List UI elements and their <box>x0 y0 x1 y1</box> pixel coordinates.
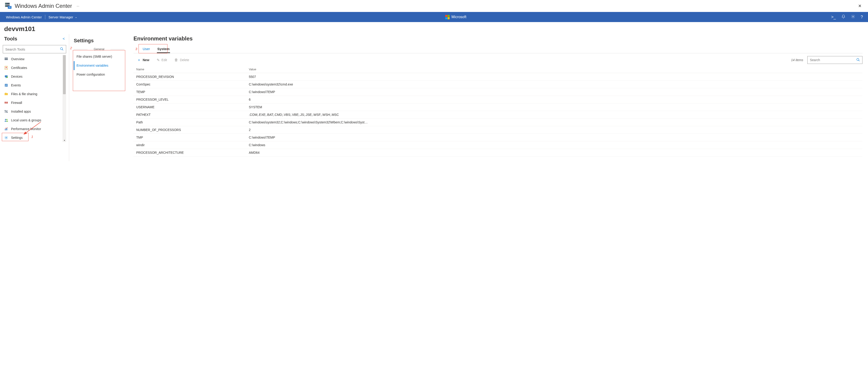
cell-value: C:\windows\TEMP <box>246 88 863 96</box>
cell-name: USERNAME <box>133 103 246 111</box>
tool-label: Certificates <box>11 66 27 70</box>
settings-item-file-shares-smb-server-[interactable]: File shares (SMB server) <box>74 52 124 61</box>
table-row[interactable]: PathC:\windows\system32;C:\windows;C:\wi… <box>133 119 863 126</box>
svg-rect-21 <box>5 102 6 102</box>
powershell-icon[interactable]: >_ <box>831 15 836 20</box>
cell-value: C:\windows\system32;C:\windows;C:\window… <box>246 119 863 126</box>
nav-home[interactable]: Windows Admin Center <box>3 12 45 22</box>
apps-icon <box>4 110 8 114</box>
tool-events[interactable]: Events <box>3 81 62 90</box>
tab-strip: 3 User System <box>133 45 863 53</box>
nav-context[interactable]: Server Manager ⌄ <box>45 12 81 22</box>
app-title: Windows Admin Center <box>15 3 72 9</box>
table-row[interactable]: NUMBER_OF_PROCESSORS2 <box>133 126 863 134</box>
svg-point-6 <box>852 16 854 17</box>
tool-label: Local users & groups <box>11 118 41 122</box>
tool-installed-apps[interactable]: Installed apps <box>3 107 62 116</box>
cell-value: 2 <box>246 126 863 134</box>
col-value[interactable]: Value <box>246 66 863 73</box>
table-row[interactable]: PROCESSOR_ARCHITECTUREAMD64 <box>133 149 863 156</box>
tools-search[interactable] <box>3 45 66 53</box>
settings-item-power-configuration[interactable]: Power configuration <box>74 70 124 79</box>
settings-gear-icon[interactable] <box>851 14 855 20</box>
svg-point-16 <box>6 76 8 78</box>
tool-label: Settings <box>11 136 23 139</box>
users-icon <box>4 118 8 122</box>
plus-icon: ＋ <box>137 58 141 63</box>
table-search[interactable] <box>807 56 863 64</box>
scroll-down-icon[interactable]: ▾ <box>62 139 66 142</box>
nav-home-label: Windows Admin Center <box>6 15 42 19</box>
firewall-icon <box>4 101 8 105</box>
app-icon <box>5 2 12 10</box>
cell-value: AMD64 <box>246 149 863 156</box>
delete-button: 🗑 Delete <box>171 57 193 63</box>
cell-name: PATHEXT <box>133 111 246 119</box>
table-row[interactable]: USERNAMESYSTEM <box>133 103 863 111</box>
device-icon <box>4 74 8 79</box>
svg-rect-25 <box>5 103 7 103</box>
cell-value: SYSTEM <box>246 103 863 111</box>
tool-local-users-groups[interactable]: Local users & groups <box>3 116 62 125</box>
cell-name: ComSpec <box>133 81 246 88</box>
cell-name: Path <box>133 119 246 126</box>
tool-performance-monitor[interactable]: Performance Monitor <box>3 125 62 133</box>
svg-point-40 <box>857 58 859 60</box>
tool-certificates[interactable]: Certificates <box>3 63 62 72</box>
tools-search-input[interactable] <box>5 48 60 51</box>
svg-rect-36 <box>6 128 6 130</box>
new-button[interactable]: ＋ New <box>133 56 153 64</box>
tools-sidebar: Tools < OverviewCertificatesDevicesEvent… <box>0 34 69 161</box>
table-row[interactable]: TEMPC:\windows\TEMP <box>133 88 863 96</box>
table-row[interactable]: PROCESSOR_REVISION5507 <box>133 73 863 81</box>
callout-2: 2 <box>70 46 72 50</box>
close-icon[interactable]: ✕ <box>856 2 863 10</box>
folder-icon <box>4 92 8 96</box>
svg-rect-5 <box>9 7 10 7</box>
top-navbar: Windows Admin Center Server Manager ⌄ Mi… <box>0 12 868 22</box>
cell-value: 6 <box>246 96 863 103</box>
settings-heading: Settings <box>74 36 124 48</box>
more-icon[interactable]: ··· <box>76 4 79 8</box>
cell-value: C:\windows <box>246 141 863 149</box>
svg-rect-26 <box>7 103 8 103</box>
tool-overview[interactable]: Overview <box>3 55 62 63</box>
table-row[interactable]: ComSpecC:\windows\system32\cmd.exe <box>133 81 863 88</box>
svg-rect-22 <box>6 102 7 102</box>
tool-firewall[interactable]: Firewall <box>3 98 62 107</box>
help-icon[interactable]: ? <box>861 15 863 20</box>
svg-point-33 <box>5 119 6 120</box>
tab-user[interactable]: User <box>139 45 154 53</box>
tool-label: Devices <box>11 75 23 79</box>
svg-rect-23 <box>7 102 8 102</box>
col-name[interactable]: Name <box>133 66 246 73</box>
scrollbar-thumb[interactable] <box>63 55 66 94</box>
cell-name: windir <box>133 141 246 149</box>
tool-label: Firewall <box>11 101 22 104</box>
svg-rect-3 <box>5 6 6 6</box>
microsoft-logo[interactable]: Microsoft <box>445 15 466 19</box>
cell-name: TEMP <box>133 88 246 96</box>
search-icon <box>856 58 860 62</box>
tool-settings[interactable]: Settings1 <box>3 133 62 142</box>
table-row[interactable]: windirC:\windows <box>133 141 863 149</box>
certificate-icon <box>4 66 8 70</box>
settings-item-environment-variables[interactable]: Environment variables <box>74 61 124 70</box>
ms-squares-icon <box>445 15 450 19</box>
tab-system[interactable]: System <box>154 45 173 53</box>
overview-icon <box>4 57 8 61</box>
svg-rect-18 <box>5 85 7 85</box>
tool-devices[interactable]: Devices <box>3 72 62 81</box>
table-row[interactable]: PROCESSOR_LEVEL6 <box>133 96 863 103</box>
tools-scrollbar[interactable]: ▾ <box>62 55 66 142</box>
svg-rect-31 <box>6 111 6 112</box>
collapse-chevron-icon[interactable]: < <box>63 37 65 41</box>
table-row[interactable]: PATHEXT.COM;.EXE;.BAT;.CMD;.VBS;.VBE;.JS… <box>133 111 863 119</box>
notifications-icon[interactable] <box>841 14 845 20</box>
table-search-input[interactable] <box>810 58 856 62</box>
titlebar: Windows Admin Center ··· ✕ <box>0 0 868 12</box>
cell-name: PROCESSOR_LEVEL <box>133 96 246 103</box>
tool-files-file-sharing[interactable]: Files & file sharing <box>3 90 62 98</box>
svg-rect-9 <box>5 58 8 59</box>
table-row[interactable]: TMPC:\windows\TEMP <box>133 134 863 141</box>
